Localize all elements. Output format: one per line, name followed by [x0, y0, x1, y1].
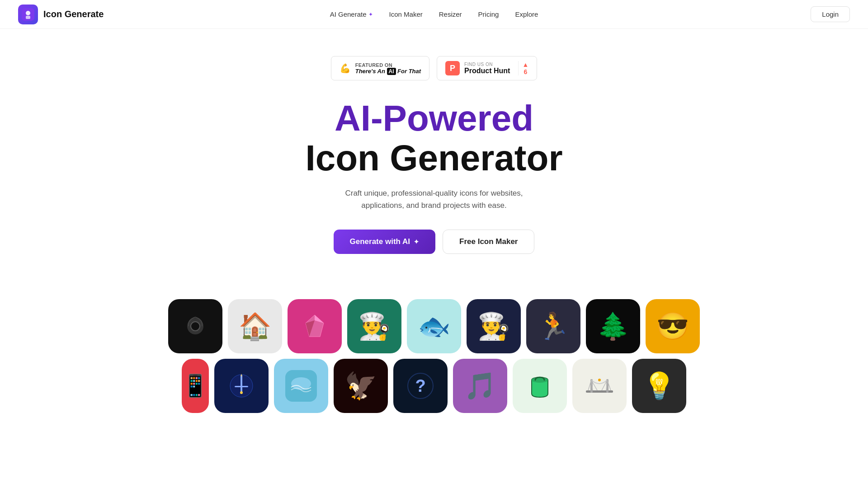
sparkle-btn-icon: ✦	[414, 238, 419, 245]
ai-badge-text: FEATURED ON There's An AI For That	[355, 62, 421, 75]
icon-tile[interactable]: ?	[393, 359, 448, 413]
icon-tile[interactable]: 📱	[182, 359, 209, 413]
svg-text:?: ?	[415, 376, 425, 395]
hero-section: 💪 FEATURED ON There's An AI For That P F…	[0, 29, 868, 299]
ph-score-group: ▲ 6	[518, 61, 528, 75]
icon-row-2: 📱 🦅	[90, 359, 778, 413]
svg-point-1	[26, 11, 30, 15]
icon-tile[interactable]	[288, 299, 342, 353]
svg-point-22	[598, 379, 601, 381]
nav-pricing[interactable]: Pricing	[478, 10, 499, 18]
icon-tile[interactable]	[168, 299, 222, 353]
navbar-logo-group: Icon Generate	[18, 5, 104, 24]
icon-tile[interactable]: 🎵	[453, 359, 507, 413]
icon-tile[interactable]	[572, 359, 627, 413]
icon-tile[interactable]: 🦅	[334, 359, 388, 413]
icon-tile[interactable]: 🏃	[526, 299, 580, 353]
ph-text-group: FIND US ON Product Hunt	[464, 62, 510, 75]
icon-tile[interactable]: 🌲	[586, 299, 640, 353]
icon-tile[interactable]: 💡	[632, 359, 686, 413]
badge-product-hunt[interactable]: P FIND US ON Product Hunt ▲ 6	[437, 56, 537, 80]
icon-tile[interactable]: 🏠	[228, 299, 282, 353]
ph-arrow-icon: ▲	[522, 61, 528, 68]
hero-subtitle: Craft unique, professional-quality icons…	[345, 187, 523, 211]
icon-tile[interactable]: 😎	[646, 299, 700, 353]
icon-tile[interactable]: 👨‍🍳	[467, 299, 521, 353]
icon-tile[interactable]: 👨‍🍳	[347, 299, 401, 353]
svg-rect-11	[235, 386, 248, 387]
svg-rect-10	[241, 375, 242, 393]
free-icon-maker-button[interactable]: Free Icon Maker	[443, 230, 534, 254]
app-logo-icon[interactable]	[18, 5, 38, 24]
nav-resizer[interactable]: Resizer	[439, 10, 462, 18]
icon-tile[interactable]	[513, 359, 567, 413]
navbar: Icon Generate AI Generate ✦ Icon Maker R…	[0, 0, 868, 29]
svg-rect-19	[586, 390, 613, 393]
ph-logo-icon: P	[445, 61, 460, 75]
sparkle-icon: ✦	[368, 11, 373, 18]
generate-ai-button[interactable]: Generate with AI ✦	[334, 230, 436, 254]
icon-tile[interactable]	[274, 359, 328, 413]
ai-badge-icon: 💪	[340, 63, 351, 74]
svg-point-12	[240, 391, 243, 394]
icon-tile[interactable]	[214, 359, 269, 413]
badges-row: 💪 FEATURED ON There's An AI For That P F…	[331, 56, 538, 80]
svg-point-4	[191, 322, 200, 331]
icon-gallery: 🏠 👨‍🍳 🐟 👨‍🍳 🏃 🌲	[0, 299, 868, 418]
icon-row-1: 🏠 👨‍🍳 🐟 👨‍🍳 🏃 🌲	[90, 299, 778, 353]
nav-links: AI Generate ✦ Icon Maker Resizer Pricing…	[330, 10, 538, 18]
icon-tile[interactable]: 🐟	[407, 299, 461, 353]
nav-ai-generate[interactable]: AI Generate ✦	[330, 10, 373, 18]
hero-buttons: Generate with AI ✦ Free Icon Maker	[334, 230, 535, 254]
svg-rect-2	[26, 16, 30, 19]
app-name: Icon Generate	[43, 9, 104, 19]
navbar-right: Login	[811, 6, 850, 22]
nav-explore[interactable]: Explore	[515, 10, 538, 18]
nav-icon-maker[interactable]: Icon Maker	[389, 10, 423, 18]
svg-point-18	[532, 377, 548, 383]
login-button[interactable]: Login	[811, 6, 850, 22]
hero-title: AI-Powered Icon Generator	[305, 99, 562, 178]
badge-ai-for-that[interactable]: 💪 FEATURED ON There's An AI For That	[331, 56, 429, 80]
